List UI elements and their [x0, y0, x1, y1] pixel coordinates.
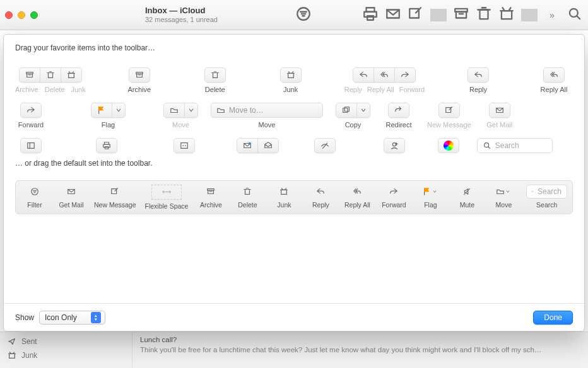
- item-reply-group-disabled[interactable]: Reply Reply All Forward: [344, 67, 425, 94]
- folder-icon: [163, 103, 185, 118]
- def-move[interactable]: Move: [490, 185, 517, 209]
- def-delete[interactable]: Delete: [233, 185, 261, 209]
- redirect-icon: [388, 103, 409, 118]
- default-toolbar-set[interactable]: Filter Get Mail New Message ⟷Flexible Sp…: [15, 180, 573, 215]
- item-search[interactable]: Search Search: [477, 138, 553, 156]
- compose-icon: [110, 187, 119, 196]
- def-filter[interactable]: Filter: [21, 185, 49, 209]
- item-delete[interactable]: Delete: [199, 67, 231, 94]
- minimize-window[interactable]: [18, 11, 25, 19]
- message-subject: Lunch call?: [140, 335, 580, 345]
- message-preview: Lunch call? Think you'll be free for a l…: [132, 332, 588, 368]
- chevron-down-icon: [184, 103, 198, 118]
- sidebar-item-junk[interactable]: Junk: [8, 348, 124, 362]
- archive-icon[interactable]: [453, 6, 469, 24]
- item-forward[interactable]: Forward: [15, 103, 47, 129]
- color-wheel-icon: [438, 138, 459, 153]
- mute-icon: [462, 187, 471, 196]
- item-offline[interactable]: Take All Accounts Offline: [293, 138, 356, 156]
- def-newmessage[interactable]: New Message: [94, 185, 136, 209]
- def-search[interactable]: Search Search: [526, 185, 567, 209]
- archive-icon: [129, 67, 150, 83]
- junk-icon: [61, 67, 82, 83]
- search-icon: [483, 141, 491, 150]
- trash-icon: [243, 187, 252, 196]
- def-reply[interactable]: Reply: [307, 185, 334, 209]
- archive-icon: [206, 187, 215, 196]
- filter-icon: [30, 187, 39, 196]
- toolbar-item-palette: Archive Delete Junk Archive Delete Junk: [4, 67, 584, 156]
- trash-icon: [204, 67, 226, 83]
- reply-all-icon: [543, 67, 565, 83]
- item-junk[interactable]: Junk: [275, 67, 307, 94]
- item-unread-read[interactable]: Unread Read: [234, 138, 281, 156]
- show-select[interactable]: Icon Only ▴▾: [39, 311, 105, 325]
- sidebar-peek: Sent Junk: [0, 332, 132, 368]
- item-move-to[interactable]: Move to… Move: [211, 103, 323, 129]
- junk-icon: [280, 67, 302, 83]
- message-body: Think you'll be free for a lunchtime cha…: [140, 345, 580, 355]
- search-icon[interactable]: [567, 6, 583, 24]
- select-arrows-icon: ▴▾: [91, 312, 101, 323]
- folder-icon: [496, 187, 505, 196]
- item-all-headers[interactable]: All Headers: [167, 138, 203, 156]
- done-button[interactable]: Done: [533, 311, 573, 325]
- def-replyall[interactable]: Reply All: [343, 185, 371, 209]
- item-add-contacts[interactable]: Add To Contacts: [369, 138, 420, 156]
- getmail-icon[interactable]: [362, 6, 379, 24]
- more-icon[interactable]: »: [544, 10, 560, 20]
- item-print-disabled[interactable]: Print: [91, 138, 122, 156]
- toolbar-icons: »: [295, 6, 583, 24]
- item-move-disabled[interactable]: Move: [163, 103, 198, 129]
- item-sidebar[interactable]: Sidebar: [15, 138, 47, 156]
- show-label: Show: [15, 313, 34, 322]
- reply-all-icon: [353, 187, 362, 196]
- item-reply[interactable]: Reply: [462, 67, 494, 94]
- item-copy[interactable]: Copy: [336, 103, 370, 129]
- folder-icon: [216, 106, 225, 115]
- item-redirect[interactable]: Redirect: [383, 103, 415, 129]
- def-flag[interactable]: Flag: [416, 185, 444, 209]
- offline-icon: [314, 138, 336, 153]
- window-subtitle: 32 messages, 1 unread: [145, 16, 295, 24]
- flag-icon: [91, 103, 112, 118]
- item-archive[interactable]: Archive: [124, 67, 155, 94]
- def-archive[interactable]: Archive: [197, 185, 225, 209]
- add-contact-icon: [384, 138, 405, 153]
- flag-icon: [423, 187, 432, 196]
- close-window[interactable]: [5, 11, 13, 19]
- def-forward[interactable]: Forward: [380, 185, 408, 209]
- filter-icon[interactable]: [295, 6, 312, 24]
- junk-icon[interactable]: [498, 6, 515, 24]
- mail-icon: [489, 103, 510, 118]
- search-icon: [532, 187, 534, 196]
- def-junk[interactable]: Junk: [270, 185, 298, 209]
- all-headers-icon: [173, 138, 195, 153]
- reply-all-icon: [373, 67, 395, 83]
- item-archive-delete-junk-group-disabled[interactable]: Archive Delete Junk: [15, 67, 86, 94]
- item-reply-all[interactable]: Reply All: [538, 67, 570, 94]
- sidebar-icon: [20, 138, 42, 153]
- trash-icon[interactable]: [476, 6, 492, 24]
- def-getmail[interactable]: Get Mail: [57, 185, 85, 209]
- item-get-mail-disabled[interactable]: Get Mail: [484, 103, 515, 129]
- zoom-window[interactable]: [30, 11, 38, 19]
- mail-icon[interactable]: [385, 6, 401, 24]
- sidebar-item-sent[interactable]: Sent: [8, 335, 124, 348]
- chevron-down-icon: [112, 103, 126, 118]
- window-title: Inbox — iCloud: [145, 6, 295, 16]
- compose-icon[interactable]: [408, 6, 424, 24]
- mail-icon: [67, 187, 76, 196]
- item-new-message-disabled[interactable]: New Message: [427, 103, 471, 129]
- def-flexible-space[interactable]: ⟷Flexible Space: [145, 185, 189, 210]
- forward-icon: [389, 187, 398, 196]
- window-controls[interactable]: [5, 11, 38, 19]
- reply-icon: [467, 67, 489, 83]
- def-mute[interactable]: Mute: [453, 185, 481, 209]
- separator: [430, 9, 447, 21]
- show-value: Icon Only: [45, 313, 77, 322]
- chevron-down-icon: [505, 187, 511, 196]
- item-flag[interactable]: Flag: [91, 103, 126, 129]
- item-colors[interactable]: Colors: [433, 138, 464, 156]
- reply-icon: [353, 67, 374, 83]
